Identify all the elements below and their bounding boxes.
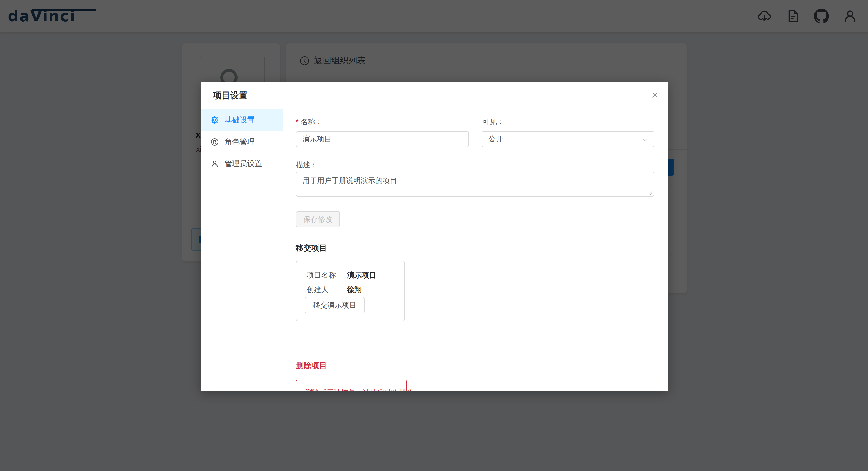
required-mark: * [296,118,299,126]
delete-project-heading: 删除项目 [296,360,327,371]
sidebar-item-label: 角色管理 [224,137,255,147]
delete-warning-text: 删除后无法恢复，请确定此次操作 [305,388,414,391]
transfer-row-creator: 创建人 徐翔 [307,285,362,295]
row-value: 徐翔 [347,285,362,295]
sidebar-item-role-management[interactable]: 角色管理 [200,131,283,153]
row-label: 项目名称 [307,270,347,280]
visibility-selected-value: 公开 [488,134,503,144]
delete-project-panel: 删除后无法恢复，请确定此次操作 删除演示项目 [296,379,407,391]
row-label: 创建人 [307,285,347,295]
project-name-input[interactable] [296,131,469,147]
sidebar-item-label: 基础设置 [224,115,255,125]
transfer-project-heading: 移交项目 [296,243,327,253]
description-textarea[interactable]: 用于用户手册说明演示的项目 [296,171,654,196]
chevron-down-icon [641,136,648,145]
description-label: 描述： [296,160,317,170]
settings-sidebar: 基础设置 角色管理 管 [200,109,283,391]
gear-icon [211,116,219,124]
modal-header: 项目设置 [200,82,669,109]
sidebar-item-basic-settings[interactable]: 基础设置 [200,109,283,131]
row-value: 演示项目 [347,270,376,280]
sidebar-item-label: 管理员设置 [224,159,262,169]
visibility-select[interactable]: 公开 [482,131,654,147]
save-changes-button[interactable]: 保存修改 [296,211,340,227]
modal-title: 项目设置 [213,82,247,109]
transfer-row-project-name: 项目名称 演示项目 [307,270,376,280]
user-icon [211,160,219,168]
modal-body: 基础设置 角色管理 管 [200,109,669,391]
name-label: *名称： [296,117,322,127]
project-settings-modal: 项目设置 基础设置 [200,82,669,391]
trademark-icon [211,138,219,146]
close-icon[interactable] [646,86,664,104]
settings-content: *名称： 可见： 公开 描述： 用于用户手册说明演示的项目 [283,109,669,391]
visibility-label: 可见： [482,117,504,127]
transfer-project-panel: 项目名称 演示项目 创建人 徐翔 移交演示项目 [296,261,405,321]
transfer-project-button[interactable]: 移交演示项目 [305,297,365,313]
sidebar-item-admin-settings[interactable]: 管理员设置 [200,153,283,175]
